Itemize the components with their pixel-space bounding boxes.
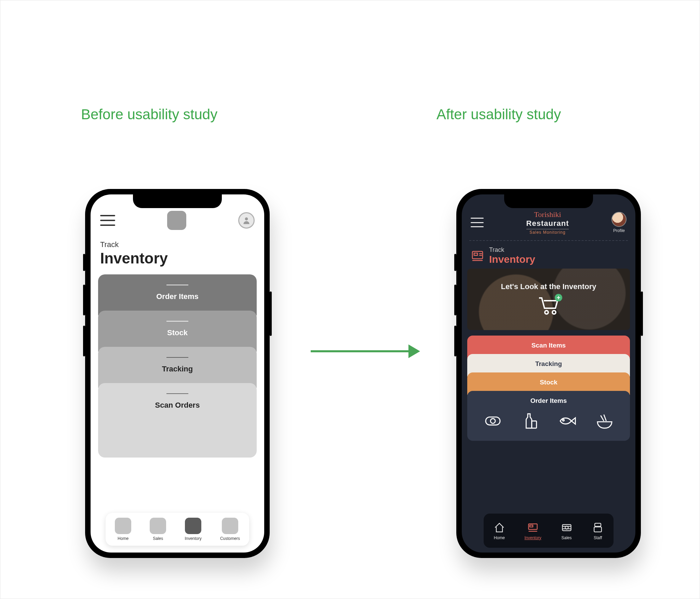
card-label: Tracking <box>98 365 257 373</box>
bowl-icon <box>595 411 614 431</box>
card-order-items[interactable]: Order Items <box>467 391 630 441</box>
tab-label: Home <box>494 535 505 540</box>
svg-point-0 <box>245 217 248 220</box>
tab-icon-placeholder <box>185 518 201 534</box>
staff-icon <box>592 521 604 534</box>
tab-label: Inventory <box>524 535 541 540</box>
page-title: Track Inventory <box>462 244 635 267</box>
tab-inventory[interactable]: Inventory <box>185 518 201 541</box>
card-order-items[interactable]: Order Items <box>98 274 257 315</box>
brand-script: Torishiki <box>526 210 569 219</box>
tab-sales[interactable]: Sales <box>561 521 573 540</box>
tab-sales[interactable]: Sales <box>150 518 166 541</box>
bottle-icon <box>521 411 540 431</box>
bottom-tabbar: Home Sales Inventory Customers <box>106 513 249 546</box>
card-label: Tracking <box>467 360 630 368</box>
svg-rect-14 <box>594 527 602 532</box>
profile-button[interactable]: Profile <box>611 212 627 233</box>
svg-point-3 <box>545 311 548 314</box>
tab-customers[interactable]: Customers <box>220 518 240 541</box>
hamburger-icon[interactable] <box>471 218 484 227</box>
hamburger-icon[interactable] <box>100 215 115 226</box>
register-icon <box>527 521 539 534</box>
tab-label: Home <box>118 536 129 541</box>
before-screen: Track Inventory Order Items Stock Tracki… <box>91 194 264 553</box>
card-label: Order Items <box>98 292 257 301</box>
card-label: Order Items <box>467 397 630 405</box>
user-icon <box>242 216 251 225</box>
tab-label: Sales <box>561 535 571 540</box>
page-title-main: Inventory <box>489 254 535 265</box>
header-divider <box>469 240 628 241</box>
hero-text: Let's Look at the Inventory <box>501 282 596 291</box>
brand-subtitle: Sales Monitoring <box>526 230 569 235</box>
svg-rect-7 <box>531 421 536 428</box>
svg-point-4 <box>552 311 556 314</box>
tab-label: Sales <box>153 536 163 541</box>
after-phone-frame: Torishiki Restaurant Sales Monitoring Pr… <box>456 189 641 558</box>
card-label: Scan Items <box>467 342 630 349</box>
avatar[interactable] <box>238 212 255 229</box>
profile-label: Profile <box>613 228 625 233</box>
page-title: Track Inventory <box>91 233 264 270</box>
tab-home[interactable]: Home <box>115 518 131 541</box>
page-title-pre: Track <box>489 246 535 254</box>
fish-icon <box>558 411 577 431</box>
svg-rect-10 <box>530 525 533 527</box>
hero-inventory-prompt[interactable]: Let's Look at the Inventory + <box>467 269 630 330</box>
tab-inventory[interactable]: Inventory <box>524 521 541 540</box>
avatar <box>611 212 627 227</box>
home-icon <box>493 521 506 534</box>
app-logo-placeholder <box>167 211 186 230</box>
tab-icon-placeholder <box>150 518 166 534</box>
card-stock[interactable]: Stock <box>98 311 257 352</box>
before-caption: Before usability study <box>81 106 217 123</box>
tab-label: Customers <box>220 536 240 541</box>
after-caption: After usability study <box>436 106 561 123</box>
inventory-register-icon <box>471 249 484 263</box>
after-screen: Torishiki Restaurant Sales Monitoring Pr… <box>462 194 635 553</box>
svg-point-6 <box>490 419 495 423</box>
card-tracking[interactable]: Tracking <box>98 347 257 388</box>
brand-block: Torishiki Restaurant Sales Monitoring <box>526 210 569 235</box>
bottom-tabbar: Home Inventory Sales Staff <box>484 514 614 548</box>
card-label: Stock <box>98 328 257 337</box>
sushi-icon <box>483 411 502 431</box>
tab-icon-placeholder <box>115 518 131 534</box>
tab-icon-placeholder <box>222 518 238 534</box>
before-phone-frame: Track Inventory Order Items Stock Tracki… <box>85 189 270 558</box>
transition-arrow <box>311 343 420 360</box>
svg-rect-2 <box>474 253 477 255</box>
card-label: Scan Orders <box>98 401 257 410</box>
tab-staff[interactable]: Staff <box>592 521 604 540</box>
cash-icon <box>561 521 573 534</box>
card-scan-orders[interactable]: Scan Orders <box>98 383 257 458</box>
page-title-main: Inventory <box>100 250 255 267</box>
svg-rect-11 <box>562 525 571 531</box>
svg-rect-13 <box>595 523 601 526</box>
plus-badge-icon: + <box>555 294 562 301</box>
cart-add-icon: + <box>538 296 560 316</box>
tab-label: Staff <box>594 535 602 540</box>
svg-point-8 <box>563 419 564 421</box>
brand-name: Restaurant <box>526 219 569 229</box>
tab-label: Inventory <box>185 536 201 541</box>
card-label: Stock <box>467 379 630 386</box>
tab-home[interactable]: Home <box>493 521 506 540</box>
page-title-pre: Track <box>100 240 255 249</box>
